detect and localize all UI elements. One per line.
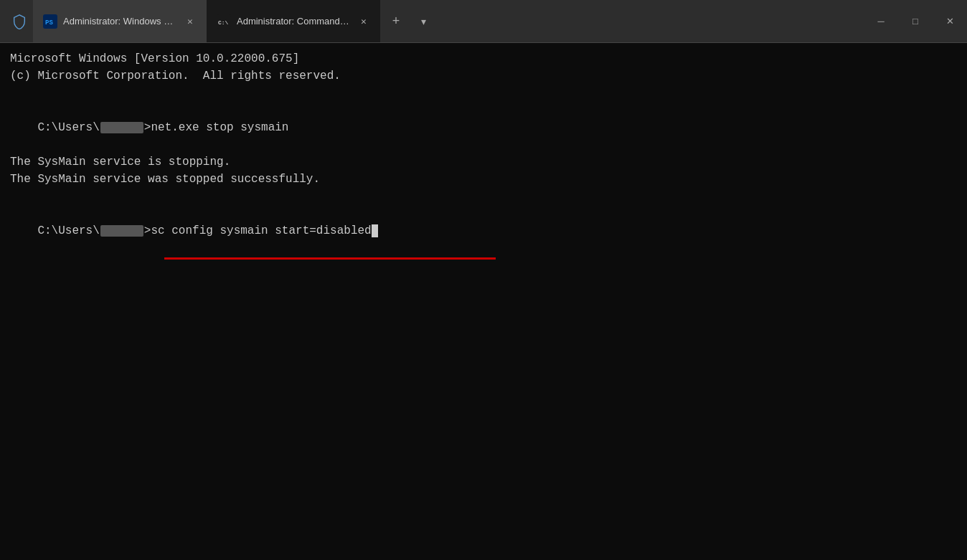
window-controls: ─ □ ✕ bbox=[864, 0, 967, 42]
tab2-label: Administrator: Command Pro bbox=[237, 16, 352, 27]
terminal-line-4: C:\Users\ >net.exe stop sysmain bbox=[10, 102, 957, 153]
cursor bbox=[372, 224, 378, 237]
tab2-close-button[interactable]: ✕ bbox=[357, 15, 370, 28]
tab-cmd[interactable]: C:\ Administrator: Command Pro ✕ bbox=[207, 0, 380, 42]
chevron-down-icon: ▾ bbox=[421, 16, 426, 27]
titlebar: PS Administrator: Windows Powe ✕ C:\ Adm… bbox=[0, 0, 967, 43]
terminal-line-7 bbox=[10, 188, 957, 205]
command-1: >net.exe stop sysmain bbox=[144, 121, 289, 134]
close-button[interactable]: ✕ bbox=[933, 0, 967, 42]
terminal-line-2: (c) Microsoft Corporation. All rights re… bbox=[10, 67, 957, 85]
dropdown-button[interactable]: ▾ bbox=[410, 9, 436, 34]
prompt-prefix-1: C:\Users\ bbox=[37, 121, 99, 134]
prompt-prefix-2: C:\Users\ bbox=[37, 224, 99, 237]
terminal-window[interactable]: Microsoft Windows [Version 10.0.22000.67… bbox=[0, 43, 967, 560]
cmd-icon: C:\ bbox=[217, 14, 231, 29]
tab-bar: PS Administrator: Windows Powe ✕ C:\ Adm… bbox=[0, 0, 436, 42]
maximize-button[interactable]: □ bbox=[898, 0, 933, 42]
powershell-icon: PS bbox=[43, 14, 57, 29]
minimize-button[interactable]: ─ bbox=[864, 0, 898, 42]
svg-text:PS: PS bbox=[45, 19, 53, 27]
shield-icon-wrap bbox=[6, 0, 33, 42]
new-tab-button[interactable]: + bbox=[383, 9, 409, 34]
tab-powershell[interactable]: PS Administrator: Windows Powe ✕ bbox=[33, 0, 207, 42]
tab1-label: Administrator: Windows Powe bbox=[63, 16, 178, 27]
terminal-line-3 bbox=[10, 85, 957, 102]
username-blur-1 bbox=[100, 122, 143, 133]
shield-icon bbox=[11, 14, 27, 29]
svg-text:C:\: C:\ bbox=[218, 19, 229, 26]
tab1-close-button[interactable]: ✕ bbox=[184, 15, 197, 28]
terminal-line-8: C:\Users\ >sc config sysmain start=disab… bbox=[10, 205, 957, 257]
terminal-line-6: The SysMain service was stopped successf… bbox=[10, 171, 957, 188]
username-blur-2 bbox=[100, 225, 143, 237]
terminal-line-1: Microsoft Windows [Version 10.0.22000.67… bbox=[10, 50, 957, 67]
red-underline bbox=[164, 257, 496, 260]
command-2: >sc config sysmain start=disabled bbox=[144, 224, 372, 237]
terminal-line-5: The SysMain service is stopping. bbox=[10, 153, 957, 171]
